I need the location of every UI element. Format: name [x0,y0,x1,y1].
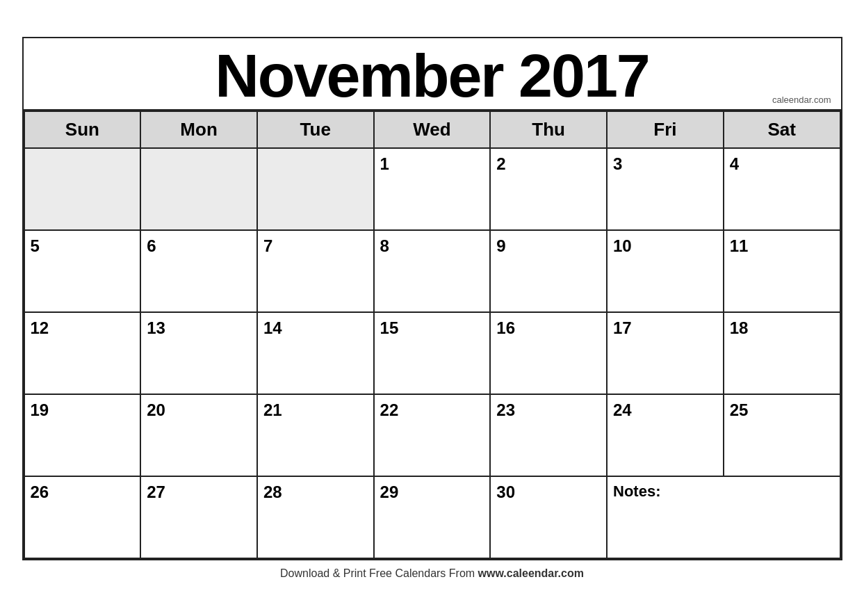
header-tue: Tue [257,111,374,148]
week-row-1: 1234 [24,148,840,230]
calendar-container: November 2017 caleendar.com Sun Mon Tue … [22,37,842,560]
header-sun: Sun [24,111,141,148]
week-row-5: 2627282930Notes: [24,476,840,558]
calendar-cell-w4-d3: 21 [257,394,374,476]
calendar-cell-w1-d3 [257,148,374,230]
calendar-cell-w2-d5: 9 [490,230,607,312]
day-number-6: 6 [147,236,156,255]
footer: Download & Print Free Calendars From www… [22,567,842,580]
calendar-cell-w3-d7: 18 [724,312,840,394]
calendar-cell-w3-d2: 13 [140,312,257,394]
calendar-cell-w1-d1 [24,148,141,230]
calendar-header: November 2017 caleendar.com [24,38,841,111]
calendar-cell-w5-d2: 27 [140,476,257,558]
day-number-8: 8 [380,236,389,255]
day-number-14: 14 [263,318,282,337]
day-number-1: 1 [380,154,389,173]
footer-text: Download & Print Free Calendars From [280,567,478,579]
day-number-25: 25 [730,400,749,419]
day-number-21: 21 [263,400,282,419]
calendar-cell-w2-d2: 6 [140,230,257,312]
calendar-cell-w1-d2 [140,148,257,230]
calendar-cell-w4-d7: 25 [724,394,840,476]
calendar-cell-w4-d6: 24 [607,394,724,476]
calendar-cell-w5-d6: Notes: [607,476,840,558]
calendar-cell-w2-d3: 7 [257,230,374,312]
calendar-cell-w4-d5: 23 [490,394,607,476]
header-thu: Thu [490,111,607,148]
day-number-20: 20 [147,400,165,419]
day-number-29: 29 [380,483,399,501]
day-number-26: 26 [31,483,49,501]
calendar-source: caleendar.com [772,95,831,105]
calendar-cell-w2-d1: 5 [24,230,141,312]
calendar-cell-w4-d2: 20 [140,394,257,476]
calendar-grid: Sun Mon Tue Wed Thu Fri Sat 123456789101… [24,111,841,559]
day-number-12: 12 [31,318,49,337]
calendar-cell-w3-d4: 15 [374,312,491,394]
week-row-2: 567891011 [24,230,840,312]
calendar-cell-w5-d3: 28 [257,476,374,558]
calendar-cell-w2-d4: 8 [374,230,491,312]
calendar-cell-w1-d4: 1 [374,148,491,230]
header-wed: Wed [374,111,491,148]
day-number-7: 7 [263,236,272,255]
day-number-15: 15 [380,318,399,337]
calendar-cell-w4-d4: 22 [374,394,491,476]
header-mon: Mon [140,111,257,148]
day-number-24: 24 [613,400,632,419]
calendar-cell-w3-d1: 12 [24,312,141,394]
day-number-18: 18 [730,318,749,337]
header-fri: Fri [607,111,724,148]
day-number-22: 22 [380,400,399,419]
day-number-30: 30 [496,483,515,501]
calendar-cell-w5-d5: 30 [490,476,607,558]
calendar-wrapper: November 2017 caleendar.com Sun Mon Tue … [22,37,842,580]
week-row-3: 12131415161718 [24,312,840,394]
header-sat: Sat [724,111,840,148]
calendar-cell-w1-d7: 4 [724,148,840,230]
day-number-10: 10 [613,236,632,255]
day-number-4: 4 [730,154,739,173]
footer-url: www.caleendar.com [478,567,584,579]
calendar-cell-w1-d6: 3 [607,148,724,230]
calendar-cell-w3-d3: 14 [257,312,374,394]
calendar-body: 1234567891011121314151617181920212223242… [24,148,840,558]
day-number-5: 5 [31,236,40,255]
calendar-cell-w1-d5: 2 [490,148,607,230]
day-number-27: 27 [147,483,165,501]
calendar-cell-w2-d6: 10 [607,230,724,312]
calendar-cell-w2-d7: 11 [724,230,840,312]
day-number-2: 2 [496,154,505,173]
day-number-11: 11 [730,236,749,255]
calendar-cell-w4-d1: 19 [24,394,141,476]
calendar-cell-w5-d1: 26 [24,476,141,558]
day-number-28: 28 [263,483,282,501]
day-number-16: 16 [496,318,515,337]
day-number-9: 9 [496,236,505,255]
calendar-cell-w5-d4: 29 [374,476,491,558]
weekday-header-row: Sun Mon Tue Wed Thu Fri Sat [24,111,840,148]
calendar-cell-w3-d5: 16 [490,312,607,394]
day-number-19: 19 [31,400,49,419]
week-row-4: 19202122232425 [24,394,840,476]
day-number-17: 17 [613,318,632,337]
day-number-3: 3 [613,154,622,173]
calendar-title: November 2017 [24,45,841,106]
calendar-cell-w3-d6: 17 [607,312,724,394]
day-number-23: 23 [496,400,515,419]
notes-label: Notes: [613,483,660,500]
day-number-13: 13 [147,318,165,337]
